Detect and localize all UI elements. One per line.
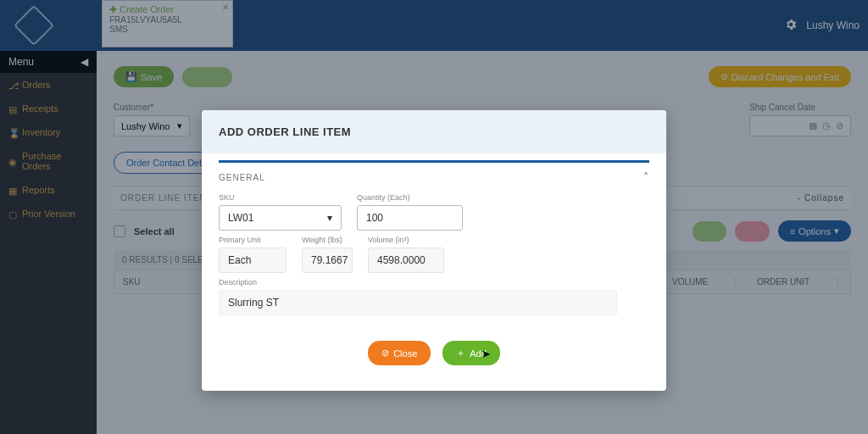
sku-select[interactable]: LW01▾ [219,205,342,231]
plus-icon: ＋ [456,347,465,359]
add-button[interactable]: ＋Add [442,341,500,365]
chevron-up-icon: ˄ [643,171,649,183]
modal-footer: ⊘Close ＋Add [219,341,649,374]
volume-value: 4598.0000 [368,248,444,273]
chevron-down-icon: ▾ [327,212,332,224]
close-button[interactable]: ⊘Close [368,341,431,365]
sku-label: SKU [219,193,342,202]
add-line-item-modal: ADD ORDER LINE ITEM GENERAL ˄ SKU LW01▾ … [202,110,666,391]
sku-value: LW01 [228,212,253,224]
primary-unit-label: Primary Unit [219,236,287,244]
cancel-icon: ⊘ [381,348,389,359]
general-section-header[interactable]: GENERAL ˄ [219,163,649,188]
qty-label: Quantity (Each) [357,193,463,202]
modal-title: ADD ORDER LINE ITEM [202,110,666,153]
modal-overlay: ADD ORDER LINE ITEM GENERAL ˄ SKU LW01▾ … [0,0,868,434]
description-input[interactable]: Slurring ST [219,290,617,315]
close-label: Close [393,348,417,359]
weight-value: 79.1667 [302,248,353,273]
primary-unit-value: Each [219,248,287,273]
qty-input[interactable]: 100 [357,205,463,231]
general-label: GENERAL [219,173,265,182]
description-label: Description [219,278,649,287]
mouse-cursor-icon: ➤ [481,348,491,360]
weight-label: Weight (lbs) [302,236,353,244]
volume-label: Volume (in³) [368,236,444,244]
